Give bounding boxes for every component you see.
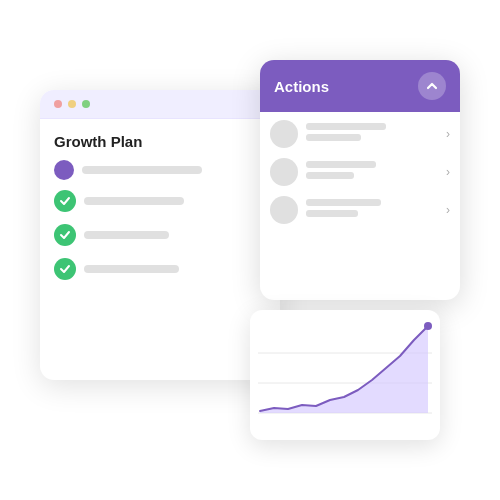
window-dot-red [54, 100, 62, 108]
check-item-1 [54, 190, 266, 212]
action-lines-3 [306, 199, 438, 221]
purple-dot [54, 160, 74, 180]
action-lines-2 [306, 161, 438, 183]
check-bar-2 [84, 231, 169, 239]
action-row-3: › [270, 196, 450, 224]
window-dot-yellow [68, 100, 76, 108]
main-bar [82, 166, 202, 174]
check-item-3 [54, 258, 266, 280]
window-dot-green [82, 100, 90, 108]
action-line-1b [306, 134, 361, 141]
svg-point-4 [424, 322, 432, 330]
chevron-icon-3: › [446, 203, 450, 217]
action-line-1a [306, 123, 386, 130]
check-icon-1 [54, 190, 76, 212]
action-line-3a [306, 199, 381, 206]
chevron-icon-1: › [446, 127, 450, 141]
svg-marker-3 [260, 326, 428, 413]
action-avatar-2 [270, 158, 298, 186]
chart-card [250, 310, 440, 440]
action-line-2a [306, 161, 376, 168]
growth-plan-card: Growth Plan [40, 90, 280, 380]
growth-plan-title: Growth Plan [40, 119, 280, 160]
action-row-2: › [270, 158, 450, 186]
chevron-icon-2: › [446, 165, 450, 179]
actions-body: › › › [260, 112, 460, 242]
action-avatar-1 [270, 120, 298, 148]
action-lines-1 [306, 123, 438, 145]
scene: Growth Plan [40, 60, 460, 440]
action-avatar-3 [270, 196, 298, 224]
growth-card-body [40, 160, 280, 280]
growth-card-header [40, 90, 280, 119]
actions-title: Actions [274, 78, 329, 95]
check-icon-3 [54, 258, 76, 280]
check-bar-3 [84, 265, 179, 273]
actions-arrow-button[interactable] [418, 72, 446, 100]
actions-card: Actions › › [260, 60, 460, 300]
check-item-2 [54, 224, 266, 246]
action-line-3b [306, 210, 358, 217]
action-row-1: › [270, 120, 450, 148]
chart-svg [258, 318, 432, 432]
growth-main-row [54, 160, 266, 180]
check-bar-1 [84, 197, 184, 205]
actions-header: Actions [260, 60, 460, 112]
check-icon-2 [54, 224, 76, 246]
action-line-2b [306, 172, 354, 179]
